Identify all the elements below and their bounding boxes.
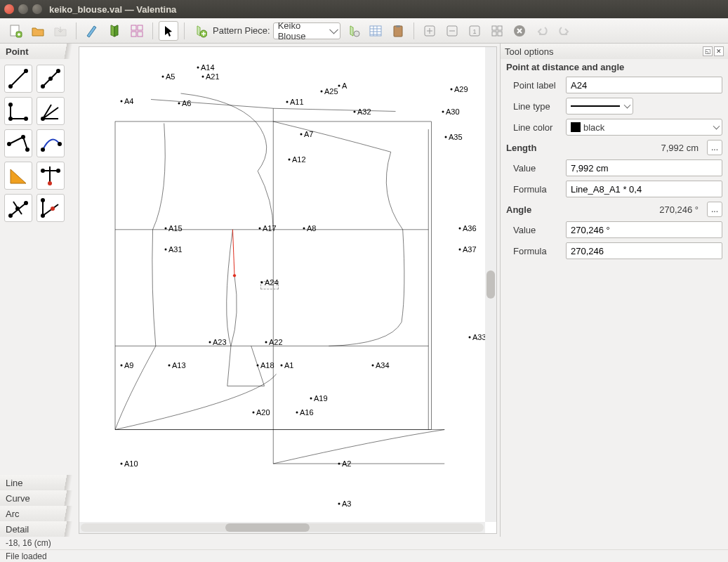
pattern-point[interactable] xyxy=(296,412,298,414)
tab-curve[interactable]: Curve xyxy=(0,490,76,506)
pattern-point[interactable] xyxy=(121,365,123,367)
pattern-point[interactable] xyxy=(300,133,303,136)
pattern-point[interactable] xyxy=(338,503,340,505)
tool-line-intersect-axis[interactable] xyxy=(37,194,65,222)
pattern-point[interactable] xyxy=(168,365,171,367)
zoom-in-button[interactable] xyxy=(420,21,439,41)
tool-point-along-line[interactable] xyxy=(37,65,65,93)
tab-arc[interactable]: Arc xyxy=(0,506,76,521)
pattern-point[interactable] xyxy=(451,89,453,91)
pattern-point[interactable] xyxy=(321,91,323,93)
clipboard-button[interactable] xyxy=(388,21,408,41)
line-color-selector[interactable]: black xyxy=(566,119,722,136)
line-type-selector[interactable] xyxy=(566,98,633,115)
pattern-point-label: A19 xyxy=(314,394,328,403)
pattern-point[interactable] xyxy=(121,100,123,103)
new-file-button[interactable] xyxy=(6,21,25,41)
svg-text:1: 1 xyxy=(472,28,476,35)
pattern-point[interactable] xyxy=(459,249,461,251)
pattern-point[interactable] xyxy=(338,85,340,87)
svg-line-50 xyxy=(273,108,395,111)
tool-palette: Point Line Curve Arc Detail xyxy=(0,44,76,537)
zoom-fit-button[interactable] xyxy=(487,21,507,41)
tool-point-contact[interactable] xyxy=(37,129,65,157)
pattern-point-label: A3 xyxy=(342,499,351,508)
svg-point-33 xyxy=(25,148,29,152)
pattern-point[interactable] xyxy=(259,228,261,230)
pattern-point[interactable] xyxy=(372,365,374,367)
angle-formula-input[interactable] xyxy=(566,242,722,259)
window-close-button[interactable] xyxy=(4,4,14,14)
angle-formula-wizard-button[interactable]: ... xyxy=(707,202,722,217)
pattern-point[interactable] xyxy=(303,228,305,230)
layout-mode-button[interactable] xyxy=(127,21,147,41)
pattern-point[interactable] xyxy=(178,103,180,105)
window-maximize-button[interactable] xyxy=(32,4,42,14)
pattern-point[interactable] xyxy=(338,463,340,465)
pattern-point[interactable] xyxy=(253,412,255,414)
horizontal-scrollbar[interactable] xyxy=(79,522,485,533)
config-pattern-button[interactable] xyxy=(343,21,363,41)
length-formula-input[interactable] xyxy=(566,181,722,197)
svg-point-44 xyxy=(51,207,55,211)
length-value-input[interactable] xyxy=(566,159,722,176)
svg-rect-15 xyxy=(492,26,496,30)
redo-button[interactable] xyxy=(555,21,574,41)
undo-button[interactable] xyxy=(532,21,552,41)
pattern-point[interactable] xyxy=(281,365,283,367)
tab-line[interactable]: Line xyxy=(0,475,76,490)
tool-point-intersection[interactable] xyxy=(37,162,65,190)
pattern-point[interactable] xyxy=(354,111,356,113)
zoom-original-button[interactable]: 1 xyxy=(465,21,484,41)
pattern-point[interactable] xyxy=(442,111,444,113)
tool-point-distance-angle[interactable] xyxy=(4,65,32,93)
svg-point-35 xyxy=(58,142,62,146)
tab-point[interactable]: Point xyxy=(0,44,76,59)
close-panel-button[interactable]: ✕ xyxy=(714,46,724,56)
draw-mode-button[interactable] xyxy=(82,21,102,41)
pattern-point-label: A31 xyxy=(168,245,183,254)
pattern-point-label: A20 xyxy=(256,408,270,417)
detail-mode-button[interactable] xyxy=(105,21,124,41)
angle-value-input[interactable] xyxy=(566,221,722,238)
length-formula-wizard-button[interactable]: ... xyxy=(707,140,722,155)
pattern-point[interactable] xyxy=(197,67,199,69)
pattern-point[interactable] xyxy=(261,282,263,284)
pattern-point-label: A16 xyxy=(300,408,314,417)
table-button[interactable] xyxy=(366,21,385,41)
tool-bisector[interactable] xyxy=(37,97,65,125)
new-pattern-piece-button[interactable] xyxy=(190,21,210,41)
pattern-point[interactable] xyxy=(445,136,447,138)
pattern-point[interactable] xyxy=(202,76,204,78)
pattern-point[interactable] xyxy=(286,101,289,103)
pattern-point[interactable] xyxy=(310,398,312,400)
zoom-out-button[interactable] xyxy=(442,21,462,41)
pattern-point[interactable] xyxy=(165,249,167,251)
pattern-point[interactable] xyxy=(289,159,291,161)
tool-triangle[interactable] xyxy=(4,162,32,190)
pattern-point[interactable] xyxy=(469,336,471,339)
pattern-point[interactable] xyxy=(121,463,123,465)
pointer-tool-button[interactable] xyxy=(159,21,178,41)
save-file-button[interactable] xyxy=(51,21,70,41)
tool-shoulder[interactable] xyxy=(4,129,32,157)
tab-detail[interactable]: Detail xyxy=(0,521,76,537)
pattern-point[interactable] xyxy=(209,341,211,344)
svg-line-57 xyxy=(232,230,234,275)
tool-height[interactable] xyxy=(4,194,32,222)
pattern-point[interactable] xyxy=(265,341,267,344)
undock-panel-button[interactable]: ◱ xyxy=(703,46,713,56)
pattern-piece-selector[interactable]: Keiko Blouse xyxy=(273,22,340,39)
pattern-point[interactable] xyxy=(165,228,167,230)
pattern-point[interactable] xyxy=(257,365,259,367)
pattern-point[interactable] xyxy=(459,228,461,230)
tool-normal[interactable] xyxy=(4,97,32,125)
window-minimize-button[interactable] xyxy=(18,4,28,14)
drawing-canvas[interactable]: AA1A2A3A4A5A6A7A8A9A10A12A11A13A14A15A16… xyxy=(79,46,497,534)
pattern-point[interactable] xyxy=(162,76,164,78)
stop-button[interactable] xyxy=(510,21,529,41)
open-file-button[interactable] xyxy=(28,21,48,41)
pattern-point-label: A12 xyxy=(292,155,306,164)
point-label-input[interactable] xyxy=(566,77,722,93)
vertical-scrollbar[interactable] xyxy=(485,47,496,522)
